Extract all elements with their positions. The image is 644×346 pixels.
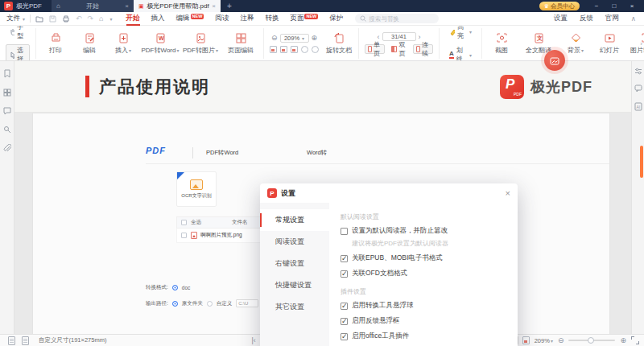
single-page-button[interactable]: 单页 (365, 44, 385, 54)
close-button[interactable]: × (623, 2, 641, 10)
fit-width-icon[interactable] (280, 46, 287, 53)
option-convert-floatball[interactable]: 启用转换工具悬浮球 (341, 301, 506, 311)
zoom-level-select[interactable]: 209%▾ (280, 34, 309, 43)
zoom-in-icon[interactable]: ⊕ (620, 336, 626, 344)
option-ofd[interactable]: 关联OFD文档格式 (341, 269, 506, 278)
tab-start[interactable]: 开始 (121, 12, 146, 26)
nav-general-settings[interactable]: 常规设置 (260, 209, 329, 231)
settings-link[interactable]: 设置 (554, 14, 568, 23)
bookmark-icon[interactable] (3, 69, 11, 78)
comment-icon[interactable] (3, 107, 11, 115)
first-page-icon[interactable]: |‹ (251, 336, 255, 344)
tab-annotate[interactable]: 注释 (234, 12, 259, 26)
feedback-link[interactable]: 反馈 (580, 14, 593, 23)
nav-shortcut-settings[interactable]: 快捷键设置 (260, 274, 329, 296)
undo-icon[interactable]: ↶ (76, 14, 82, 23)
bg-nav-pdf2word: PDF转Word (206, 149, 238, 157)
tab-edit[interactable]: 编辑NEW (171, 12, 210, 26)
checkbox-checked[interactable] (341, 303, 348, 310)
ribbon-overflow-icon[interactable]: › (640, 40, 642, 47)
ai-doc-icon[interactable]: AI (634, 102, 642, 111)
zoom-slider[interactable] (568, 340, 615, 341)
checkbox-checked[interactable] (341, 318, 348, 325)
option-default-reader[interactable]: 设置为默认阅读器，并防止篡改 (341, 226, 506, 236)
zoom-out-icon[interactable]: ⊖ (271, 34, 278, 42)
search-input[interactable] (369, 15, 433, 23)
collapse-ribbon-icon[interactable]: ∧ (631, 14, 636, 23)
tab-document[interactable]: ▣ 极光PDF使用帮助.pdf × (134, 0, 221, 12)
page-info-icon[interactable] (8, 336, 15, 345)
rotate-right-icon[interactable] (312, 46, 319, 53)
redo-icon[interactable]: ↷ (88, 14, 94, 23)
checkbox-checked[interactable] (341, 270, 348, 278)
zoom-slider-knob[interactable] (588, 337, 594, 344)
edit-button[interactable]: 编辑 (72, 28, 106, 59)
actual-size-icon[interactable] (291, 46, 298, 53)
insert-button[interactable]: 插入▾ (106, 28, 140, 59)
save-icon[interactable] (49, 15, 56, 23)
thumbnails-icon[interactable] (3, 89, 11, 97)
maximize-button[interactable]: □ (605, 2, 623, 10)
nav-rightclick-settings[interactable]: 右键设置 (260, 253, 329, 274)
close-tab-icon[interactable]: × (125, 2, 129, 10)
checkbox-checked[interactable] (341, 255, 348, 262)
print-icon[interactable] (62, 15, 70, 23)
dialog-close-icon[interactable]: × (506, 189, 510, 198)
tab-page[interactable]: 页面NEW (284, 12, 324, 26)
page-info-icon-2[interactable] (22, 336, 29, 345)
page-edit-button[interactable]: 页面编辑 (221, 28, 261, 59)
tab-home[interactable]: ⌂ 开始 × (52, 0, 134, 12)
search-panel-icon[interactable] (3, 126, 11, 134)
member-center-button[interactable]: ♛ 会员中心 (539, 2, 580, 10)
rotate-left-icon[interactable] (301, 46, 308, 53)
slideshow-button[interactable]: 幻灯片 (592, 28, 626, 59)
fit-page-icon[interactable] (270, 46, 277, 53)
nav-reading-settings[interactable]: 阅读设置 (260, 231, 329, 253)
feedback-chat-icon[interactable] (634, 84, 642, 93)
double-page-button[interactable]: 双页 (388, 44, 410, 54)
prev-page-icon[interactable]: ‹ (378, 33, 380, 41)
option-office-plugin[interactable]: 启用office工具插件 (341, 332, 506, 341)
zoom-in-icon[interactable]: ⊕ (312, 34, 318, 42)
open-icon[interactable] (35, 15, 43, 23)
highlight-button[interactable]: 高亮▾ (445, 26, 476, 42)
tab-read[interactable]: 阅读 (209, 12, 234, 26)
floating-capture-button[interactable] (544, 50, 565, 71)
checkbox-checked[interactable] (341, 333, 348, 340)
tab-insert[interactable]: 插入 (146, 12, 171, 26)
attachment-icon[interactable] (3, 144, 11, 153)
adjust-icon[interactable] (634, 68, 642, 75)
svg-text:AI: AI (636, 105, 640, 109)
new-tab-button[interactable]: + (227, 2, 232, 10)
fullscreen-icon[interactable] (631, 336, 639, 344)
background-button[interactable]: 背景▾ (559, 28, 592, 59)
website-link[interactable]: 官网 (605, 14, 619, 23)
print-button[interactable]: 打印 (39, 28, 72, 59)
hand-tool-button[interactable]: 手型 (6, 26, 30, 42)
zoom-out-icon[interactable]: ⊖ (558, 336, 564, 344)
rotate-document-button[interactable]: 旋转文档 (322, 28, 356, 59)
scrollbar-thumb[interactable] (640, 146, 643, 178)
minimize-button[interactable]: − (588, 2, 605, 10)
checkbox-unchecked[interactable] (341, 228, 348, 235)
chevron-down-icon: ▾ (176, 48, 179, 53)
zoom-percent[interactable]: 209%▾ (535, 337, 553, 344)
continuous-button[interactable]: 连续 (413, 44, 433, 54)
tab-convert[interactable]: 转换 (259, 12, 284, 26)
search-box[interactable] (355, 14, 439, 23)
pdf-to-image-button[interactable]: PDF转图片▾ (180, 28, 221, 59)
tab-protect[interactable]: 保护 (324, 12, 349, 26)
file-menu[interactable]: 文件 ▾ (6, 14, 25, 23)
pdf-to-word-button[interactable]: W PDF转Word▾ (140, 28, 180, 59)
nav-other-settings[interactable]: 其它设置 (260, 296, 329, 318)
select-tool-button[interactable]: 选择 (6, 44, 30, 61)
underline-button[interactable]: A 划线▾ (445, 44, 476, 61)
home-icon[interactable]: ⌂ (99, 14, 103, 23)
screenshot-button[interactable]: 截图 (485, 28, 518, 59)
next-page-icon[interactable]: › (419, 33, 421, 41)
view-mode-6-icon[interactable] (522, 336, 530, 344)
chevron-down-icon[interactable]: ▾ (110, 16, 113, 22)
close-tab-icon[interactable]: × (212, 2, 216, 10)
option-epub-mobi[interactable]: 关联EPUB、MOBI电子书格式 (341, 253, 506, 263)
option-feedback-floatbox[interactable]: 启用反馈悬浮框 (341, 316, 506, 326)
